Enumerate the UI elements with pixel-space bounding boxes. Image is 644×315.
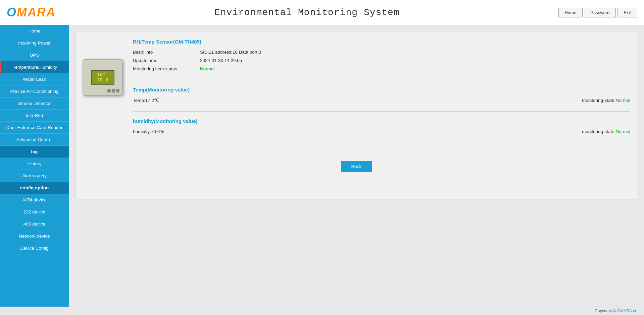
- device-screen: 19°70.6: [91, 70, 114, 85]
- humidity-state: monitoring-state:Normal: [582, 129, 630, 134]
- footer: Copyright © OMARA.cn: [0, 307, 644, 315]
- content-area: 19°70.6 RH/Temp Sensor(OM-TH485): [69, 25, 644, 307]
- sidebar-item-232[interactable]: 232 device: [0, 206, 69, 218]
- sidebar-item-history[interactable]: History: [0, 158, 69, 170]
- sidebar-item-smoke-detector[interactable]: Smoke Detector: [0, 98, 69, 110]
- main-layout: Home Incoming Power UPS Temperature/Humi…: [0, 25, 644, 307]
- update-time-value: 2024-01-30 14:29:05: [200, 58, 242, 63]
- temp-section: Temp(Monitoring value) Temp:17.2℃ monito…: [133, 87, 630, 112]
- temp-monitoring-row: Temp:17.2℃ monitoring-state:Normal: [133, 98, 630, 103]
- temp-state-value: Normal: [615, 98, 630, 103]
- monitoring-status-value: Normal: [200, 66, 215, 71]
- sidebar-item-network[interactable]: Network device: [0, 230, 69, 242]
- temp-section-title: Temp(Monitoring value): [133, 87, 630, 92]
- sensor-layout: 19°70.6 RH/Temp Sensor(OM-TH485): [76, 32, 637, 156]
- basic-info-label: Basic Info: [133, 50, 200, 55]
- sensor-title: RH/Temp Sensor(OM-TH485): [133, 39, 630, 45]
- header-buttons: Home Password Exit: [558, 8, 637, 17]
- device-image: 19°70.6: [83, 59, 123, 96]
- humidity-value: humidity:70.6%: [133, 129, 164, 134]
- device-btn-1: [107, 89, 111, 92]
- basic-info-value: SID:11 address:16 Data port:3: [200, 50, 261, 55]
- sidebar-item-device-config[interactable]: Device Config: [0, 242, 69, 254]
- footer-link[interactable]: OMARA.cn: [617, 309, 637, 313]
- device-btn-2: [112, 89, 115, 92]
- home-button[interactable]: Home: [558, 8, 583, 17]
- basic-info-row: Basic Info SID:11 address:16 Data port:3: [133, 50, 630, 55]
- update-time-label: UpdateTime: [133, 58, 200, 63]
- humidity-section-title: humidity(Monitoring value): [133, 118, 630, 124]
- back-button[interactable]: Back: [341, 161, 371, 172]
- monitoring-status-row: Monitoring item status Normal: [133, 66, 630, 71]
- footer-text: Copyright ©: [595, 309, 616, 313]
- sidebar-item-ups[interactable]: UPS: [0, 49, 69, 61]
- sidebar-item-home[interactable]: Home: [0, 25, 69, 37]
- sidebar-item-advanced-control[interactable]: Advanced Control: [0, 134, 69, 146]
- exit-button[interactable]: Exit: [617, 8, 637, 17]
- sidebar: Home Incoming Power UPS Temperature/Humi…: [0, 25, 69, 307]
- humidity-monitoring-row: humidity:70.6% monitoring-state:Normal: [133, 129, 630, 134]
- device-btn-3: [116, 89, 119, 92]
- monitoring-status-label: Monitoring item status: [133, 66, 200, 71]
- temp-state: monitoring-state:Normal: [582, 98, 630, 103]
- update-time-row: UpdateTime 2024-01-30 14:29:05: [133, 58, 630, 63]
- sidebar-item-485[interactable]: 485 device: [0, 218, 69, 230]
- sidebar-item-infa-red[interactable]: Infa-Red: [0, 110, 69, 122]
- sidebar-item-incoming-power[interactable]: Incoming Power: [0, 37, 69, 49]
- logo-text: OMARA: [7, 5, 56, 19]
- temp-value: Temp:17.2℃: [133, 98, 159, 103]
- sidebar-item-precise-air-conditioning[interactable]: Precise Air-Conditioning: [0, 85, 69, 98]
- sensor-details: RH/Temp Sensor(OM-TH485) Basic Info SID:…: [133, 39, 630, 149]
- sidebar-section-log: log: [0, 146, 69, 158]
- back-section: Back: [76, 156, 637, 177]
- sidebar-section-config: config option: [0, 182, 69, 194]
- sidebar-item-water-leak[interactable]: Water Leak: [0, 73, 69, 85]
- humidity-section: humidity(Monitoring value) humidity:70.6…: [133, 118, 630, 142]
- basic-info-section: RH/Temp Sensor(OM-TH485) Basic Info SID:…: [133, 39, 630, 80]
- page-title: Environmental Monitoring System: [214, 7, 400, 18]
- sidebar-item-temperature-humidity[interactable]: Temperature/Humidity: [0, 61, 69, 73]
- content-panel: 19°70.6 RH/Temp Sensor(OM-TH485): [76, 32, 637, 199]
- password-button[interactable]: Password: [584, 8, 616, 17]
- sidebar-item-alarm-query[interactable]: Alarm query: [0, 170, 69, 182]
- logo: OMARA: [7, 5, 56, 19]
- humidity-state-value: Normal: [615, 129, 630, 134]
- header: OMARA Environmental Monitoring System Ho…: [0, 0, 644, 25]
- sidebar-item-door-entrance[interactable]: Door Entrance Card Reader: [0, 122, 69, 134]
- sidebar-item-ai-di[interactable]: AI/DI device: [0, 194, 69, 206]
- device-buttons: [107, 89, 119, 92]
- sensor-image: 19°70.6: [83, 59, 123, 96]
